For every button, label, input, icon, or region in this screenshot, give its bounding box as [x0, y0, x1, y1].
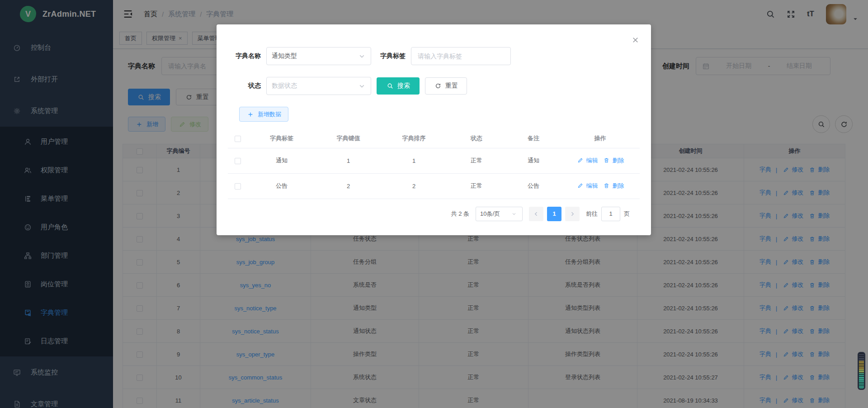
- column-header: 字典排序: [381, 129, 447, 148]
- dialog-table-row: 通知11正常通知编辑删除: [228, 148, 640, 173]
- dict-data-dialog: 字典名称 通知类型 字典标签 状态 数据状态: [217, 24, 651, 235]
- prev-page-button[interactable]: [529, 207, 543, 221]
- trash-icon: [603, 157, 611, 165]
- goto-label: 前往: [586, 210, 598, 218]
- delete-link[interactable]: 删除: [603, 157, 624, 165]
- page-size-select[interactable]: 10条/页: [476, 207, 523, 221]
- chevron-down-icon: [358, 82, 366, 90]
- dialog-table-header-row: 字典标签字典键值字典排序状态备注操作: [228, 129, 640, 148]
- row-checkbox[interactable]: [235, 158, 241, 164]
- page-unit-label: 页: [624, 210, 630, 218]
- dialog-form-row1: 字典名称 通知类型 字典标签: [228, 47, 640, 65]
- dict-label-label: 字典标签: [371, 52, 411, 60]
- column-header: 状态: [447, 129, 506, 148]
- goto-page-input[interactable]: [601, 207, 620, 221]
- dialog-form-row2: 状态 数据状态 搜索 重置: [228, 77, 640, 95]
- pagination-total: 共 2 条: [451, 210, 469, 218]
- row-checkbox[interactable]: [235, 183, 241, 190]
- column-header: 操作: [561, 129, 640, 148]
- goto-page: 前往 页: [586, 207, 630, 221]
- current-page-button[interactable]: 1: [547, 207, 561, 221]
- next-page-button[interactable]: [565, 207, 580, 221]
- dialog-search-button[interactable]: 搜索: [377, 77, 420, 95]
- search-icon: [386, 82, 394, 90]
- dialog-reset-button[interactable]: 重置: [425, 77, 467, 95]
- dict-name-label: 字典名称: [228, 52, 266, 60]
- column-header: 字典键值: [316, 129, 381, 148]
- refresh-icon: [434, 82, 442, 90]
- delete-link[interactable]: 删除: [603, 182, 624, 190]
- dict-label-input[interactable]: [411, 47, 511, 65]
- column-header: 字典标签: [248, 129, 316, 148]
- pager: 1: [529, 207, 580, 221]
- column-header: 备注: [506, 129, 561, 148]
- plus-icon: [246, 110, 255, 119]
- pagination: 共 2 条 10条/页 1 前往: [228, 207, 630, 221]
- edit-link[interactable]: 编辑: [576, 182, 598, 190]
- dialog-body: 字典名称 通知类型 字典标签 状态 数据状态: [217, 24, 651, 221]
- edit-link[interactable]: 编辑: [576, 157, 598, 165]
- dict-data-table: 字典标签字典键值字典排序状态备注操作通知11正常通知编辑删除公告22正常公告编辑…: [228, 129, 640, 199]
- trash-icon: [603, 182, 611, 190]
- pencil-icon: [576, 157, 585, 165]
- close-icon[interactable]: [632, 36, 639, 44]
- scroll-progress-widget[interactable]: [858, 352, 865, 390]
- chevron-down-icon: [510, 210, 518, 218]
- dict-name-select[interactable]: 通知类型: [266, 47, 371, 65]
- app-root: V ZrAdmin.NET 控制台外部打开系统管理用户管理权限管理菜单管理用户角…: [0, 0, 868, 408]
- add-data-button[interactable]: 新增数据: [239, 107, 288, 122]
- row-checkbox[interactable]: [235, 136, 241, 142]
- pencil-icon: [576, 182, 585, 190]
- status-select[interactable]: 数据状态: [266, 77, 371, 95]
- status-label: 状态: [228, 82, 266, 90]
- dialog-table-row: 公告22正常公告编辑删除: [228, 173, 640, 199]
- chevron-down-icon: [358, 52, 366, 60]
